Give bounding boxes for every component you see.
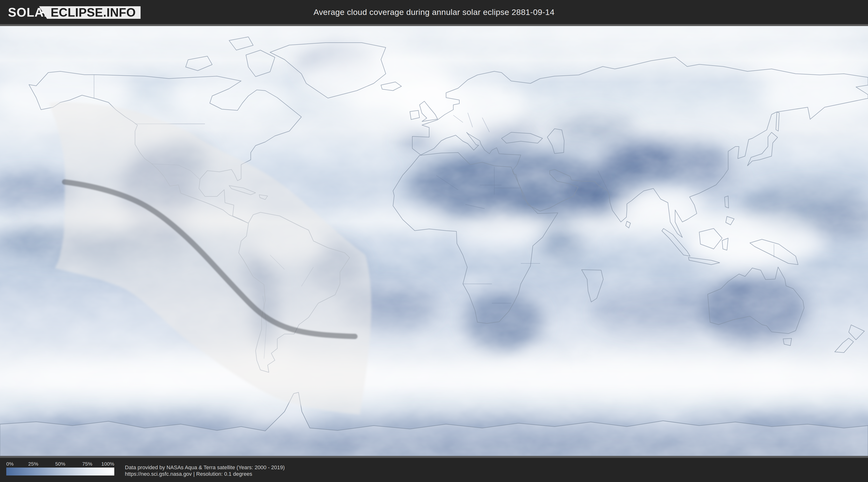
legend-label-0: 0% [6,461,13,467]
attribution-line-1: Data provided by NASAs Aqua & Terra sate… [125,464,285,471]
legend-label-25: 25% [28,461,38,467]
legend-label-100: 100% [101,461,114,467]
legend-label-75: 75% [82,461,92,467]
data-attribution: Data provided by NASAs Aqua & Terra sate… [125,464,285,477]
cloud-coverage-map [0,24,868,458]
world-map-svg [0,26,868,456]
header-bar: SOLAR ECLIPSE.INFO Average cloud coverag… [0,0,868,24]
logo-hyphen [41,11,45,13]
legend-label-50: 50% [55,461,65,467]
attribution-line-2: https://neo.sci.gsfc.nasa.gov | Resoluti… [125,471,285,477]
page-title: Average cloud coverage during annular so… [0,7,868,17]
footer-bar: 0% 25% 50% 75% 100% Data provided by NAS… [0,458,868,482]
cloud-coverage-legend-gradient [6,468,114,476]
